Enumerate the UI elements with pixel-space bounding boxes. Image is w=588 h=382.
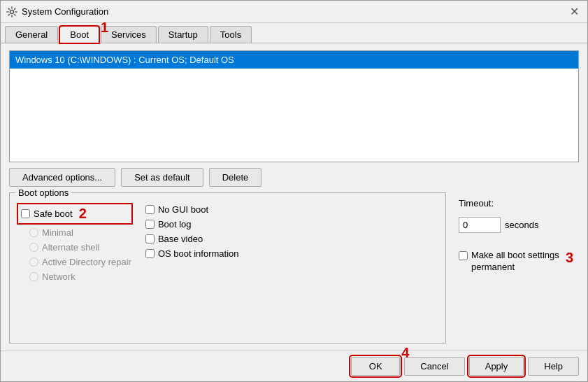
title-bar: System Configuration ✕ [1,1,587,23]
no-gui-boot-label: No GUI boot [158,204,208,215]
tab-bar: General Boot 1 Services Startup Tools [1,23,587,43]
timeout-box: Timeout: seconds Make all boot settings … [453,192,579,344]
boot-list[interactable]: Windows 10 (C:\WINDOWS) : Current OS; De… [9,50,579,162]
timeout-unit: seconds [505,220,538,230]
main-content: Windows 10 (C:\WINDOWS) : Current OS; De… [1,43,587,351]
alternate-shell-label: Alternate shell [42,242,99,253]
alternate-shell-radio[interactable] [29,243,38,252]
base-video-row: Base video [145,234,239,244]
minimal-label: Minimal [42,227,73,238]
tab-general[interactable]: General [5,26,58,43]
active-directory-label: Active Directory repair [42,257,131,267]
system-configuration-window: System Configuration ✕ General Boot 1 Se… [0,0,588,382]
boot-options-left: Safe boot 2 Minimal Alternate shell [18,204,131,282]
no-gui-boot-row: No GUI boot [145,204,239,215]
gear-icon [6,6,17,17]
window-title: System Configuration [22,6,108,17]
lower-section: Boot options Safe boot 2 Minimal [9,192,579,344]
alternate-shell-radio-row: Alternate shell [18,242,131,253]
safe-boot-label: Safe boot [34,208,73,219]
boot-log-label: Boot log [158,219,192,229]
ok-button[interactable]: OK 4 [351,357,400,376]
delete-button[interactable]: Delete [209,168,262,187]
os-boot-info-checkbox[interactable] [145,249,155,258]
boot-button-row: Advanced options... Set as default Delet… [9,168,579,187]
no-gui-boot-checkbox[interactable] [145,205,155,214]
tab-startup[interactable]: Startup [158,26,208,43]
make-permanent-label: Make all boot settings permanent [471,250,559,274]
timeout-input[interactable] [459,217,501,233]
make-permanent-row: Make all boot settings permanent 3 [459,250,573,274]
help-button[interactable]: Help [528,357,579,376]
close-button[interactable]: ✕ [567,5,582,18]
make-permanent-checkbox[interactable] [459,251,468,260]
svg-point-0 [10,10,14,13]
boot-log-checkbox[interactable] [145,220,155,229]
timeout-label: Timeout: [459,198,573,208]
footer: OK 4 Cancel Apply Help [1,351,587,381]
ok-badge: 4 [401,345,409,361]
network-label: Network [42,271,76,282]
boot-log-row: Boot log [145,219,239,229]
apply-button[interactable]: Apply [469,357,524,376]
tab-boot[interactable]: Boot 1 [59,26,99,43]
network-radio-row: Network [18,271,131,282]
base-video-checkbox[interactable] [145,234,155,243]
boot-options-legend: Boot options [15,188,71,198]
apply-badge: 3 [566,250,573,266]
timeout-row: seconds [459,217,573,233]
network-radio[interactable] [29,272,38,281]
boot-options-box: Boot options Safe boot 2 Minimal [9,192,446,344]
minimal-radio[interactable] [29,228,38,237]
boot-options-right: No GUI boot Boot log Base video OS [145,204,239,282]
safe-boot-row: Safe boot 2 [18,204,131,223]
os-boot-info-label: OS boot information [158,248,239,259]
tab-boot-badge: 1 [101,20,108,36]
title-bar-left: System Configuration [6,6,108,17]
tab-services[interactable]: Services [101,26,157,43]
active-directory-radio-row: Active Directory repair [18,257,131,267]
os-boot-info-row: OS boot information [145,248,239,259]
set-default-button[interactable]: Set as default [121,168,203,187]
minimal-radio-row: Minimal [18,227,131,238]
tab-tools[interactable]: Tools [210,26,252,43]
active-directory-radio[interactable] [29,257,38,267]
boot-list-item[interactable]: Windows 10 (C:\WINDOWS) : Current OS; De… [10,51,578,69]
advanced-options-button[interactable]: Advanced options... [9,168,115,187]
base-video-label: Base video [158,234,203,244]
cancel-button[interactable]: Cancel [404,357,464,376]
boot-options-inner: Safe boot 2 Minimal Alternate shell [18,204,437,282]
safe-boot-checkbox[interactable] [21,209,30,218]
safe-boot-badge: 2 [79,206,87,222]
